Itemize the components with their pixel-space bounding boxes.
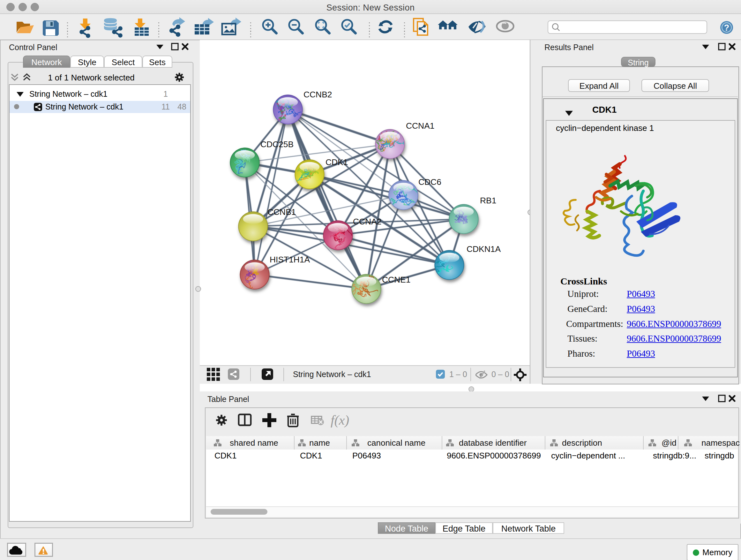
svg-text:CDK1: CDK1	[326, 158, 348, 167]
svg-text:HIST1H1A: HIST1H1A	[270, 255, 310, 264]
svg-text:CCNA1: CCNA1	[406, 121, 434, 131]
svg-text:f(x): f(x)	[331, 413, 349, 428]
svg-text:CCNE1: CCNE1	[382, 275, 410, 285]
svg-text:CDC25B: CDC25B	[260, 139, 293, 149]
svg-text:?: ?	[724, 23, 729, 33]
svg-text:CDKN1A: CDKN1A	[467, 244, 501, 254]
svg-text:CCNB2: CCNB2	[304, 90, 332, 99]
svg-text:CCNA2: CCNA2	[353, 217, 381, 226]
svg-text:RB1: RB1	[480, 196, 496, 205]
svg-text:CCNB1: CCNB1	[267, 207, 296, 217]
svg-text:CDC6: CDC6	[418, 177, 441, 187]
